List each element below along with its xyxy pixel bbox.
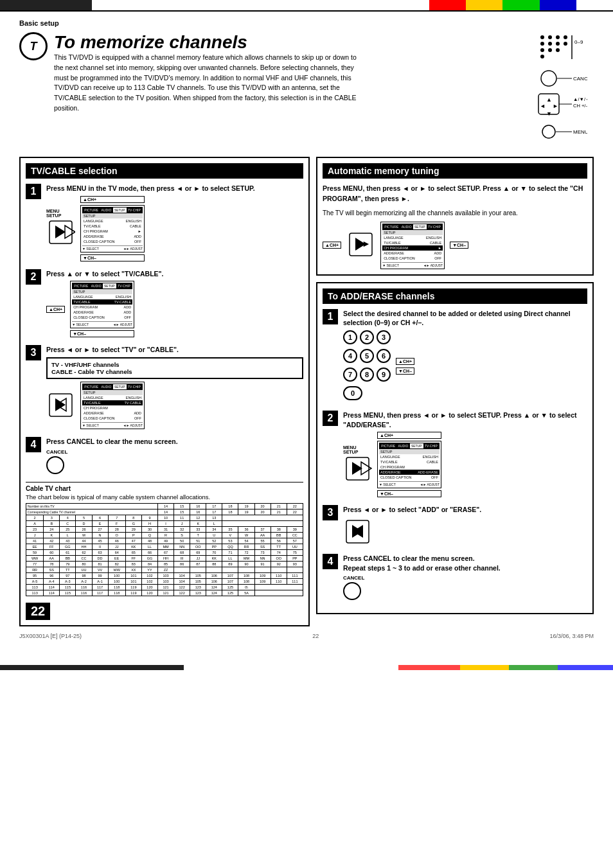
add-erase-header: To ADD/ERASE channels [323, 288, 587, 304]
svg-point-8 [540, 48, 544, 52]
svg-point-0 [540, 35, 544, 39]
svg-point-6 [556, 42, 560, 46]
svg-text:◄: ◄ [540, 103, 546, 109]
svg-point-3 [564, 35, 567, 39]
bottom-color-bar [0, 665, 613, 670]
remote-diagram: 0–9 CANCEL ▲ ▼ ◄ ► ▲/▼/◄/► CH +/– MENU [510, 32, 594, 149]
svg-marker-30 [65, 226, 75, 238]
svg-text:0–9: 0–9 [574, 39, 583, 45]
svg-point-1 [548, 35, 552, 39]
auto-memory-header: Automatic memory tuning [323, 163, 587, 179]
auto-memory-text: Press MENU, then press ◄ or ► to select … [323, 184, 587, 204]
step-4: 4 Press CANCEL to clear the menu screen.… [26, 437, 303, 474]
step-1-number: 1 [26, 184, 41, 199]
step-3-number: 3 [26, 345, 41, 360]
auto-memory-section: Automatic memory tuning Press MENU, then… [316, 157, 594, 276]
svg-marker-29 [55, 226, 66, 238]
add-erase-step-4: 4 Press CANCEL to clear the menu screen.… [323, 554, 587, 600]
footer-right: 16/3/06, 3:48 PM [549, 633, 594, 639]
svg-marker-39 [361, 462, 371, 475]
top-color-bar [0, 0, 613, 12]
step-2: 2 Press ▲ or ▼ to select "TV/CABLE". ▲CH… [26, 269, 303, 338]
auto-memory-desc: The TV will begin memorizing all the cha… [323, 209, 587, 217]
step-3: 3 Press ◄ or ► to select "TV" or "CABLE"… [26, 345, 303, 429]
svg-point-5 [548, 42, 552, 46]
svg-text:►: ► [553, 103, 558, 109]
step-2-text: Press ▲ or ▼ to select "TV/CABLE". [46, 269, 303, 279]
step-2-number: 2 [26, 269, 41, 285]
section-icon: T [19, 32, 48, 60]
step-4-number: 4 [26, 437, 41, 452]
svg-text:▲: ▲ [546, 96, 552, 103]
add-erase-step-3: 3 Press ◄ or ► to select "ADD" or "ERASE… [323, 505, 587, 546]
add-erase-step-1: 1 Select the desired channel to be added… [323, 309, 587, 403]
svg-point-10 [556, 48, 560, 52]
page-number: 22 [26, 603, 50, 620]
svg-text:CANCEL: CANCEL [573, 76, 587, 82]
svg-point-14 [541, 71, 556, 86]
svg-text:▼: ▼ [546, 111, 552, 117]
svg-point-11 [540, 55, 544, 58]
page-title: To memorize channels [54, 32, 350, 53]
step-4-text: Press CANCEL to clear the menu screen. [46, 437, 303, 447]
svg-text:CH +/–: CH +/– [573, 103, 587, 109]
step-3-text: Press ◄ or ► to select "TV" or "CABLE". [46, 345, 303, 355]
title-description: This TV/DVD is equipped with a channel m… [54, 53, 362, 114]
page-footer: J5X00301A [E] (P14-25) 22 16/3/06, 3:48 … [19, 633, 594, 639]
footer-left: J5X00301A [E] (P14-25) [19, 633, 82, 639]
svg-point-9 [548, 48, 552, 52]
footer-center: 22 [312, 633, 319, 639]
svg-point-7 [564, 42, 567, 46]
tv-cable-section: TV/CABLE selection 1 Press MENU in the T… [19, 157, 310, 626]
add-erase-step-2: 2 Press MENU, then press ◄ or ► to selec… [323, 411, 587, 497]
svg-text:MENU: MENU [573, 129, 587, 135]
svg-text:►: ► [362, 238, 371, 249]
cable-chart: Cable TV chart The chart below is typica… [26, 482, 303, 596]
step-1: 1 Press MENU in the TV mode, then press … [26, 184, 303, 261]
section-label: Basic setup [19, 19, 594, 27]
tv-cable-header: TV/CABLE selection [26, 163, 303, 179]
step-1-text: Press MENU in the TV mode, then press ◄ … [46, 184, 303, 193]
add-erase-section: To ADD/ERASE channels 1 Select the desir… [316, 282, 594, 615]
svg-text:▲/▼/◄/►: ▲/▼/◄/► [573, 96, 587, 102]
svg-point-2 [556, 35, 560, 39]
svg-point-25 [542, 125, 555, 138]
svg-point-4 [540, 42, 544, 46]
